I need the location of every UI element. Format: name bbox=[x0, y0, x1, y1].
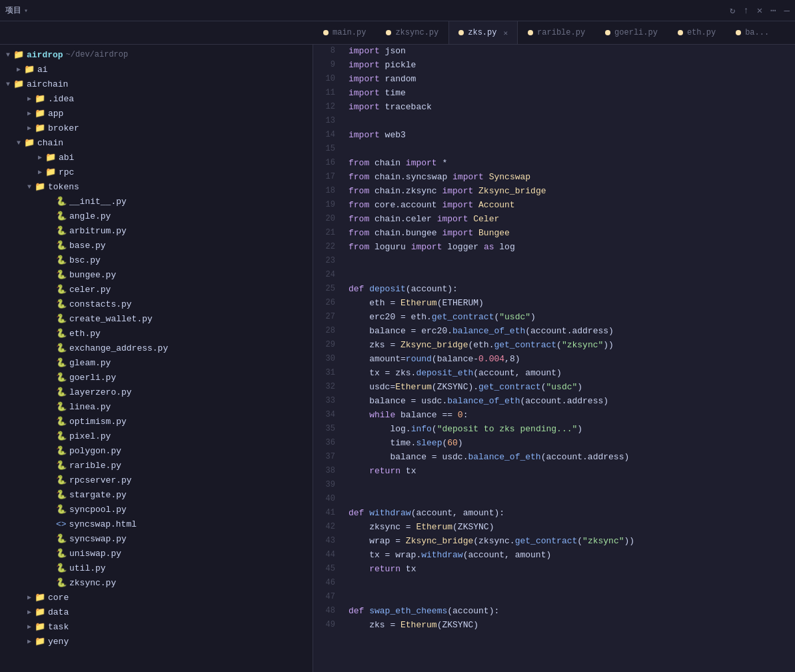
tab-goerli-py[interactable]: goerli.py bbox=[595, 21, 668, 44]
tab-zksync-py[interactable]: zksync.py bbox=[376, 21, 448, 44]
tree-item-linea[interactable]: 🐍 linea.py bbox=[0, 399, 313, 414]
line-content-13[interactable] bbox=[343, 115, 795, 129]
more-icon[interactable]: ⋯ bbox=[770, 5, 776, 16]
line-content-26[interactable]: eth = Etherum(ETHERUM) bbox=[343, 297, 795, 311]
line-content-33[interactable]: balance = usdc.balance_of_eth(account.ad… bbox=[343, 395, 795, 409]
tree-item-polygon[interactable]: 🐍 polygon.py bbox=[0, 443, 313, 458]
line-content-39[interactable] bbox=[343, 479, 795, 493]
dropdown-arrow[interactable]: ▾ bbox=[24, 7, 28, 15]
tree-item-eth[interactable]: 🐍 eth.py bbox=[0, 326, 313, 341]
tree-item-app[interactable]: ▶ 📁 app bbox=[0, 106, 313, 121]
tree-item-idea[interactable]: ▶ 📁 .idea bbox=[0, 91, 313, 106]
tree-item-base[interactable]: 🐍 base.py bbox=[0, 238, 313, 253]
tree-item-bsc[interactable]: 🐍 bsc.py bbox=[0, 253, 313, 267]
line-content-22[interactable]: from loguru import logger as log bbox=[343, 241, 795, 255]
tree-item-init[interactable]: 🐍 __init__.py bbox=[0, 194, 313, 209]
close-icon[interactable]: ✕ bbox=[757, 5, 762, 16]
line-content-21[interactable]: from chain.bungee import Bungee bbox=[343, 227, 795, 241]
project-label[interactable]: 项目 bbox=[5, 5, 21, 16]
tree-item-zksync[interactable]: 🐍 zksync.py bbox=[0, 575, 313, 590]
tree-item-tokens[interactable]: ▼ 📁 tokens bbox=[0, 179, 313, 194]
minimize-icon[interactable]: — bbox=[784, 5, 790, 16]
tree-item-abi[interactable]: ▶ 📁 abi bbox=[0, 150, 313, 165]
tree-item-pixel[interactable]: 🐍 pixel.py bbox=[0, 429, 313, 443]
line-content-10[interactable]: import random bbox=[343, 73, 795, 87]
line-content-9[interactable]: import pickle bbox=[343, 59, 795, 73]
tree-item-rarible[interactable]: 🐍 rarible.py bbox=[0, 458, 313, 473]
line-content-43[interactable]: wrap = Zksync_bridge(zksync.get_contract… bbox=[343, 535, 795, 549]
line-content-49[interactable]: zks = Etherum(ZKSYNC) bbox=[343, 619, 795, 633]
tree-item-chain[interactable]: ▼ 📁 chain bbox=[0, 135, 313, 150]
tree-item-data[interactable]: ▶ 📁 data bbox=[0, 605, 313, 619]
tree-item-gleam[interactable]: 🐍 gleam.py bbox=[0, 355, 313, 370]
tree-item-celer[interactable]: 🐍 celer.py bbox=[0, 282, 313, 297]
tab-close-zks[interactable]: ✕ bbox=[503, 29, 508, 37]
line-content-12[interactable]: import traceback bbox=[343, 101, 795, 115]
line-content-11[interactable]: import time bbox=[343, 87, 795, 101]
tab-zks-py[interactable]: zks.py ✕ bbox=[448, 21, 518, 44]
line-content-23[interactable] bbox=[343, 255, 795, 269]
line-content-40[interactable] bbox=[343, 493, 795, 507]
line-content-15[interactable] bbox=[343, 143, 795, 157]
tree-item-syncswap-html[interactable]: <> syncswap.html bbox=[0, 517, 313, 531]
tree-root[interactable]: ▼ 📁 airdrop ~/dev/airdrop bbox=[0, 47, 313, 62]
tab-rarible-py[interactable]: rarible.py bbox=[518, 21, 595, 44]
line-content-48[interactable]: def swap_eth_cheems(account): bbox=[343, 605, 795, 619]
line-content-14[interactable]: import web3 bbox=[343, 129, 795, 143]
line-content-31[interactable]: tx = zks.deposit_eth(account, amount) bbox=[343, 367, 795, 381]
tree-item-rpcserver[interactable]: 🐍 rpcserver.py bbox=[0, 473, 313, 487]
tree-item-util[interactable]: 🐍 util.py bbox=[0, 561, 313, 575]
line-content-17[interactable]: from chain.syncswap import Syncswap bbox=[343, 171, 795, 185]
code-editor[interactable]: 8 import json 9 import pickle 10 import … bbox=[313, 45, 795, 672]
tree-item-bungee[interactable]: 🐍 bungee.py bbox=[0, 267, 313, 282]
tree-item-layerzero[interactable]: 🐍 layerzero.py bbox=[0, 385, 313, 399]
line-content-44[interactable]: tx = wrap.withdraw(account, amount) bbox=[343, 549, 795, 563]
tree-item-task[interactable]: ▶ 📁 task bbox=[0, 619, 313, 634]
up-icon[interactable]: ↑ bbox=[743, 5, 748, 16]
tree-item-create-wallet[interactable]: 🐍 create_wallet.py bbox=[0, 311, 313, 326]
tree-item-yeny[interactable]: ▶ 📁 yeny bbox=[0, 634, 313, 649]
line-content-30[interactable]: amount=round(balance-0.004,8) bbox=[343, 353, 795, 367]
tree-item-ai[interactable]: ▶ 📁 ai bbox=[0, 62, 313, 77]
line-content-47[interactable] bbox=[343, 591, 795, 605]
line-content-41[interactable]: def withdraw(account, amount): bbox=[343, 507, 795, 521]
line-content-28[interactable]: balance = erc20.balance_of_eth(account.a… bbox=[343, 325, 795, 339]
line-content-34[interactable]: while balance == 0: bbox=[343, 409, 795, 423]
tree-item-angle[interactable]: 🐍 angle.py bbox=[0, 209, 313, 223]
line-content-36[interactable]: time.sleep(60) bbox=[343, 437, 795, 451]
line-content-29[interactable]: zks = Zksync_bridge(eth.get_contract("zk… bbox=[343, 339, 795, 353]
line-content-18[interactable]: from chain.zksync import Zksync_bridge bbox=[343, 185, 795, 199]
refresh-icon[interactable]: ↻ bbox=[730, 5, 735, 16]
line-content-24[interactable] bbox=[343, 269, 795, 283]
tree-item-syncpool[interactable]: 🐍 syncpool.py bbox=[0, 502, 313, 517]
line-content-19[interactable]: from core.account import Account bbox=[343, 199, 795, 213]
tree-item-arbitrum[interactable]: 🐍 arbitrum.py bbox=[0, 223, 313, 238]
bungee-py-icon: 🐍 bbox=[56, 269, 67, 280]
tree-item-constacts[interactable]: 🐍 constacts.py bbox=[0, 297, 313, 311]
tree-item-broker[interactable]: ▶ 📁 broker bbox=[0, 121, 313, 135]
line-content-45[interactable]: return tx bbox=[343, 563, 795, 577]
tree-item-exchange-address[interactable]: 🐍 exchange_address.py bbox=[0, 341, 313, 355]
tree-item-rpc[interactable]: ▶ 📁 rpc bbox=[0, 165, 313, 179]
line-content-38[interactable]: return tx bbox=[343, 465, 795, 479]
line-content-46[interactable] bbox=[343, 577, 795, 591]
line-content-35[interactable]: log.info("deposit to zks pending...") bbox=[343, 423, 795, 437]
line-content-20[interactable]: from chain.celer import Celer bbox=[343, 213, 795, 227]
tree-item-uniswap[interactable]: 🐍 uniswap.py bbox=[0, 546, 313, 561]
line-content-42[interactable]: zksync = Etherum(ZKSYNC) bbox=[343, 521, 795, 535]
tree-item-core[interactable]: ▶ 📁 core bbox=[0, 590, 313, 605]
tree-item-optimism[interactable]: 🐍 optimism.py bbox=[0, 414, 313, 429]
line-content-8[interactable]: import json bbox=[343, 45, 795, 59]
tree-item-stargate[interactable]: 🐍 stargate.py bbox=[0, 487, 313, 502]
tab-main-py[interactable]: main.py bbox=[313, 21, 376, 44]
line-content-16[interactable]: from chain import * bbox=[343, 157, 795, 171]
tree-item-airchain[interactable]: ▼ 📁 airchain bbox=[0, 77, 313, 91]
line-content-27[interactable]: erc20 = eth.get_contract("usdc") bbox=[343, 311, 795, 325]
line-content-32[interactable]: usdc=Etherum(ZKSYNC).get_contract("usdc"… bbox=[343, 381, 795, 395]
tab-ba[interactable]: ba... bbox=[726, 21, 779, 44]
tree-item-goerli[interactable]: 🐍 goerli.py bbox=[0, 370, 313, 385]
line-content-25[interactable]: def deposit(account): bbox=[343, 283, 795, 297]
line-content-37[interactable]: balance = usdc.balance_of_eth(account.ad… bbox=[343, 451, 795, 465]
tree-item-syncswap-py[interactable]: 🐍 syncswap.py bbox=[0, 531, 313, 546]
tab-eth-py[interactable]: eth.py bbox=[668, 21, 726, 44]
